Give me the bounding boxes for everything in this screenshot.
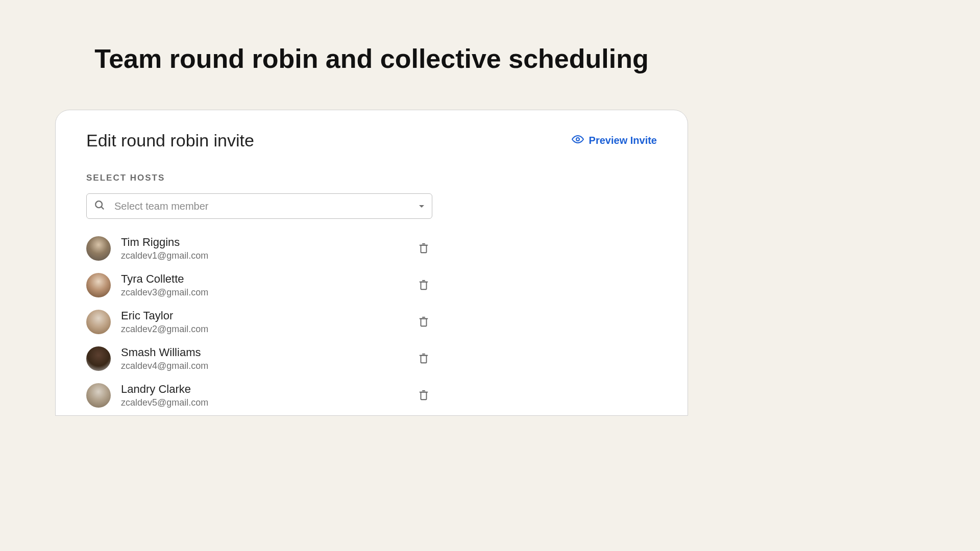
host-email: zcaldev1@gmail.com — [121, 250, 415, 262]
svg-point-1 — [95, 201, 102, 208]
select-hosts-label: SELECT HOSTS — [86, 173, 657, 183]
host-row: Tyra Collette zcaldev3@gmail.com — [86, 267, 432, 304]
card-title: Edit round robin invite — [86, 131, 254, 151]
delete-host-button[interactable] — [415, 239, 432, 258]
edit-invite-card: Edit round robin invite Preview Invite S… — [55, 110, 688, 416]
host-email: zcaldev4@gmail.com — [121, 360, 415, 372]
avatar — [86, 236, 111, 261]
avatar — [86, 310, 111, 334]
select-team-member-dropdown[interactable]: Select team member — [86, 193, 432, 219]
svg-rect-7 — [421, 282, 427, 290]
host-row: Landry Clarke zcaldev5@gmail.com — [86, 377, 432, 414]
svg-rect-16 — [421, 392, 427, 400]
host-email: zcaldev2@gmail.com — [121, 323, 415, 335]
host-name: Landry Clarke — [121, 382, 415, 397]
page-headline: Team round robin and collective scheduli… — [0, 43, 743, 74]
preview-invite-label: Preview Invite — [589, 135, 657, 146]
host-name: Tyra Collette — [121, 272, 415, 287]
caret-down-icon — [419, 202, 425, 211]
trash-icon — [418, 242, 429, 255]
trash-icon — [418, 389, 429, 402]
host-row: Eric Taylor zcaldev2@gmail.com — [86, 304, 432, 340]
trash-icon — [418, 353, 429, 365]
host-name: Tim Riggins — [121, 235, 415, 250]
svg-rect-10 — [421, 319, 427, 327]
host-row: Tim Riggins zcaldev1@gmail.com — [86, 230, 432, 267]
svg-point-0 — [576, 138, 579, 141]
delete-host-button[interactable] — [415, 276, 432, 294]
preview-invite-button[interactable]: Preview Invite — [572, 133, 657, 148]
delete-host-button[interactable] — [415, 386, 432, 405]
host-name: Smash Williams — [121, 345, 415, 360]
host-name: Eric Taylor — [121, 309, 415, 323]
host-email: zcaldev3@gmail.com — [121, 287, 415, 298]
avatar — [86, 383, 111, 408]
host-email: zcaldev5@gmail.com — [121, 397, 415, 409]
delete-host-button[interactable] — [415, 349, 432, 368]
eye-icon — [572, 133, 584, 148]
svg-line-2 — [102, 207, 104, 210]
svg-rect-4 — [421, 245, 427, 253]
host-row: Smash Williams zcaldev4@gmail.com — [86, 340, 432, 377]
search-icon — [94, 199, 105, 213]
delete-host-button[interactable] — [415, 313, 432, 331]
svg-rect-13 — [421, 356, 427, 363]
trash-icon — [418, 279, 429, 291]
avatar — [86, 273, 111, 297]
select-placeholder: Select team member — [114, 201, 419, 212]
trash-icon — [418, 316, 429, 328]
avatar — [86, 346, 111, 371]
